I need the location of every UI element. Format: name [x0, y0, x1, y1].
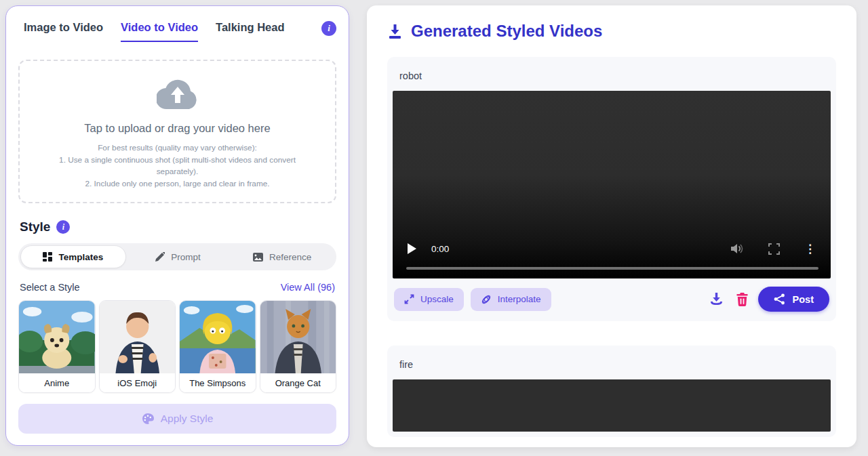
upscale-label: Upscale [420, 294, 454, 304]
info-icon[interactable]: i [321, 21, 336, 36]
generated-videos-panel: Generated Styled Videos robot 0:00 ⋮ [367, 5, 856, 447]
apply-style-label: Apply Style [161, 413, 214, 425]
segment-templates[interactable]: Templates [20, 245, 126, 268]
video-card-robot: robot 0:00 ⋮ [387, 57, 836, 321]
upload-cloud-icon [157, 79, 199, 112]
upscale-button[interactable]: Upscale [394, 288, 464, 311]
style-name: Anime [19, 373, 95, 392]
overflow-menu-icon[interactable]: ⋮ [804, 243, 816, 255]
video-player-fire[interactable] [393, 379, 831, 432]
segment-reference-label: Reference [269, 252, 311, 262]
delete-video-button[interactable] [733, 289, 751, 309]
style-heading: Style [20, 220, 50, 234]
view-all-link[interactable]: View All (96) [281, 282, 335, 293]
interpolate-label: Interpolate [498, 294, 541, 304]
segment-prompt-label: Prompt [171, 252, 201, 262]
post-button[interactable]: Post [758, 287, 829, 312]
style-thumbnail-orange-cat [260, 301, 336, 373]
style-mode-segmented-control: Templates Prompt Reference [18, 243, 336, 270]
pencil-icon [155, 252, 165, 262]
style-info-icon[interactable]: i [56, 220, 70, 234]
interpolate-coil-icon [481, 294, 492, 305]
video-player-robot[interactable]: 0:00 ⋮ [393, 91, 831, 278]
play-icon[interactable] [408, 243, 416, 254]
tab-image-to-video[interactable]: Image to Video [24, 21, 103, 42]
style-card-orange-cat[interactable]: Orange Cat [260, 300, 337, 393]
style-name: Orange Cat [260, 373, 336, 392]
tab-video-to-video[interactable]: Video to Video [121, 21, 198, 42]
video-time: 0:00 [431, 244, 449, 254]
palette-icon [142, 413, 154, 425]
download-header-icon [387, 24, 403, 39]
video-seekbar[interactable] [406, 267, 818, 270]
image-icon [253, 253, 263, 262]
video-name: fire [393, 351, 831, 379]
style-card-anime[interactable]: Anime [18, 300, 96, 393]
share-icon [774, 293, 785, 305]
select-style-label: Select a Style [20, 282, 80, 293]
style-name: The Simpsons [180, 373, 256, 392]
mode-tabs: Image to Video Video to Video Talking He… [18, 21, 336, 42]
style-studio-panel: Image to Video Video to Video Talking He… [5, 5, 349, 446]
style-thumbnail-ios-emoji [100, 301, 176, 373]
generated-videos-title: Generated Styled Videos [411, 22, 602, 41]
style-thumbnail-anime [19, 301, 95, 373]
upload-hints: For best results (quality may vary other… [20, 142, 335, 190]
interpolate-button[interactable]: Interpolate [471, 288, 551, 311]
upscale-expand-icon [404, 294, 414, 304]
style-card-ios-emoji[interactable]: iOS Emoji [99, 300, 176, 393]
style-thumbnail-the-simpsons [180, 301, 256, 373]
fullscreen-icon[interactable] [768, 243, 780, 255]
style-templates-grid: Anime iOS Emoji [18, 300, 336, 393]
video-upload-dropzone[interactable]: Tap to upload or drag your video here Fo… [18, 60, 336, 203]
style-name: iOS Emoji [100, 373, 176, 392]
grid-icon [43, 252, 52, 262]
download-video-button[interactable] [707, 289, 726, 309]
video-name: robot [393, 62, 831, 91]
segment-reference[interactable]: Reference [230, 245, 334, 268]
segment-prompt[interactable]: Prompt [126, 245, 231, 268]
post-label: Post [793, 294, 814, 305]
apply-style-button[interactable]: Apply Style [18, 404, 336, 434]
segment-templates-label: Templates [58, 252, 103, 262]
tab-talking-head[interactable]: Talking Head [216, 21, 284, 42]
video-card-fire: fire [387, 346, 836, 437]
volume-icon[interactable] [730, 243, 744, 255]
upload-title: Tap to upload or drag your video here [20, 122, 335, 135]
style-card-the-simpsons[interactable]: The Simpsons [179, 300, 256, 393]
